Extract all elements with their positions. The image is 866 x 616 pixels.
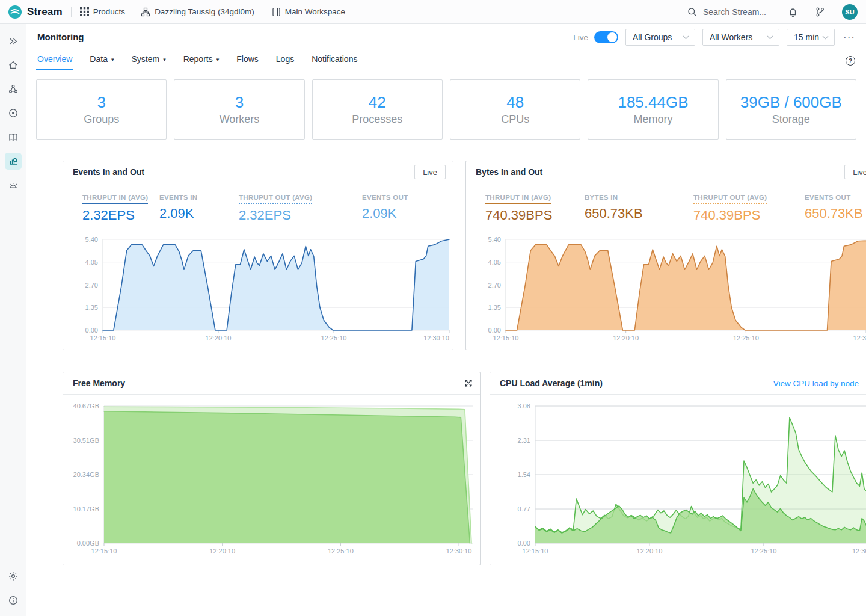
svg-text:12:15:10: 12:15:10 — [91, 547, 117, 555]
groups-filter-select[interactable]: All Groups — [625, 29, 695, 46]
caret-down-icon: ▾ — [163, 57, 166, 63]
stat-card-memory[interactable]: 185.44GBMemory — [588, 79, 718, 140]
svg-text:5.40: 5.40 — [488, 236, 501, 243]
svg-text:0.00: 0.00 — [85, 327, 98, 334]
stat-label: EVENTS OUT — [362, 194, 408, 201]
events-live-button[interactable]: Live — [414, 165, 446, 179]
stat-label: EVENTS OUT — [805, 194, 850, 201]
view-cpu-load-link[interactable]: View CPU load by node — [773, 379, 859, 388]
brand-name: Stream — [27, 6, 63, 18]
svg-text:12:15:10: 12:15:10 — [523, 547, 548, 555]
stat-value: 48 — [506, 93, 524, 112]
stat-value: 39GB / 600GB — [740, 93, 842, 112]
panel-title: CPU Load Average (1min) — [500, 378, 603, 388]
svg-text:10.17GB: 10.17GB — [73, 505, 99, 513]
tab-data[interactable]: Data▾ — [88, 54, 115, 70]
events-chart[interactable]: 0.001.352.704.055.4012:15:1012:20:1012:2… — [63, 230, 453, 347]
svg-text:12:25:10: 12:25:10 — [321, 334, 347, 342]
tab-logs[interactable]: Logs — [275, 54, 295, 70]
panel-title: Events In and Out — [73, 167, 144, 177]
workspace-switcher[interactable]: Main Workspace — [272, 7, 345, 17]
live-toggle-label: Live — [573, 33, 588, 42]
tab-notifications[interactable]: Notifications — [310, 54, 358, 70]
svg-text:12:30:10: 12:30:10 — [446, 547, 472, 555]
svg-text:1.35: 1.35 — [488, 304, 501, 311]
stat-cards-row: 3Groups 3Workers 42Processes 48CPUs 185.… — [36, 79, 856, 140]
stat-value: 650.73KB — [805, 206, 863, 221]
sidebar-item-home[interactable] — [5, 57, 22, 73]
grid-icon — [80, 7, 89, 16]
tab-label: Logs — [276, 54, 294, 64]
tab-system[interactable]: System▾ — [130, 54, 167, 70]
search-placeholder: Search Stream... — [703, 7, 766, 17]
svg-text:12:30:10: 12:30:10 — [423, 334, 449, 342]
sidebar-item-info[interactable] — [5, 592, 22, 609]
fleet-nodes-icon — [8, 84, 19, 94]
stat-card-processes[interactable]: 42Processes — [312, 79, 443, 140]
tab-label: Notifications — [312, 54, 357, 64]
panel-header: Bytes In and Out Live — [466, 161, 866, 183]
stat-label: Processes — [352, 113, 402, 126]
cpu-load-chart[interactable]: 0.000.771.542.313.0812:15:1012:20:1012:2… — [490, 396, 866, 561]
stat-card-groups[interactable]: 3Groups — [36, 79, 167, 140]
bytes-chart[interactable]: 0.001.352.704.055.4012:15:1012:20:1012:2… — [466, 230, 866, 347]
notifications-bell-button[interactable] — [788, 7, 798, 17]
stat-value: 2.32EPS — [82, 208, 159, 223]
sidebar-item-worker-groups[interactable] — [5, 129, 22, 146]
time-range-value: 15 min — [794, 32, 819, 42]
sidebar-item-alerts[interactable] — [5, 177, 22, 194]
main-content: Monitoring Live All Groups All Workers 1… — [26, 24, 866, 616]
products-menu[interactable]: Products — [80, 7, 125, 16]
time-range-select[interactable]: 15 min — [787, 29, 835, 46]
svg-text:40.67GB: 40.67GB — [73, 402, 99, 410]
tenant-switcher[interactable]: Dazzling Taussig (34gdl0m) — [141, 7, 254, 17]
tab-reports[interactable]: Reports▾ — [182, 54, 221, 70]
chevron-down-icon — [683, 35, 689, 40]
stat-value: 740.39BPS — [485, 208, 585, 223]
stat-value: 3 — [235, 93, 244, 112]
gear-icon — [8, 571, 19, 582]
panel-header: Events In and Out Live — [63, 161, 453, 183]
info-icon — [8, 595, 19, 606]
stat-events-out: EVENTS OUT 2.09K — [362, 191, 408, 221]
expand-icon[interactable] — [464, 379, 473, 387]
org-icon — [141, 7, 150, 17]
workspace-label: Main Workspace — [285, 7, 345, 16]
tab-flows[interactable]: Flows — [235, 54, 260, 70]
stat-value: 42 — [369, 93, 386, 112]
sidebar-item-fleets[interactable] — [5, 81, 22, 97]
left-sidebar — [0, 24, 26, 616]
bytes-live-button[interactable]: Live — [844, 165, 866, 179]
svg-text:12:20:10: 12:20:10 — [209, 547, 235, 555]
svg-text:30.51GB: 30.51GB — [73, 437, 99, 444]
stat-card-cpus[interactable]: 48CPUs — [450, 79, 580, 140]
tab-overview[interactable]: Overview — [36, 54, 73, 70]
workers-filter-select[interactable]: All Workers — [702, 29, 779, 46]
stat-value: 740.39BPS — [693, 208, 805, 223]
sidebar-item-monitoring[interactable] — [5, 153, 22, 170]
stat-bytes-in: BYTES IN 650.73KB — [585, 191, 674, 221]
caret-down-icon: ▾ — [216, 57, 220, 63]
svg-text:0.77: 0.77 — [518, 505, 530, 513]
global-search[interactable]: Search Stream... — [687, 7, 766, 17]
stat-card-storage[interactable]: 39GB / 600GBStorage — [726, 79, 856, 140]
git-branch-button[interactable] — [815, 7, 825, 17]
user-avatar[interactable]: SU — [842, 4, 858, 20]
stat-card-workers[interactable]: 3Workers — [174, 79, 304, 140]
live-toggle[interactable] — [594, 31, 618, 43]
stat-thruput-in: THRUPUT IN (AVG) 740.39BPS — [485, 191, 585, 223]
sidebar-expand-button[interactable] — [5, 32, 22, 49]
free-memory-chart[interactable]: 0.00GB10.17GB20.34GB30.51GB40.67GB12:15:… — [63, 396, 480, 561]
home-icon — [8, 60, 19, 70]
stat-thruput-out: THRUPUT OUT (AVG) 740.39BPS — [693, 191, 805, 223]
stat-label: THRUPUT IN (AVG) — [82, 194, 148, 201]
stream-logo-icon[interactable] — [8, 5, 22, 19]
help-icon[interactable]: ? — [846, 56, 855, 66]
more-options-button[interactable]: ··· — [842, 31, 856, 43]
top-bar: Stream Products Dazzling Taussig (34gdl0… — [0, 0, 866, 24]
stat-thruput-out: THRUPUT OUT (AVG) 2.32EPS — [239, 191, 362, 223]
stat-events-out: EVENTS OUT 650.73KB — [805, 191, 863, 221]
chevron-down-icon — [822, 35, 829, 40]
sidebar-item-data[interactable] — [5, 105, 22, 122]
sidebar-item-settings[interactable] — [5, 568, 22, 585]
